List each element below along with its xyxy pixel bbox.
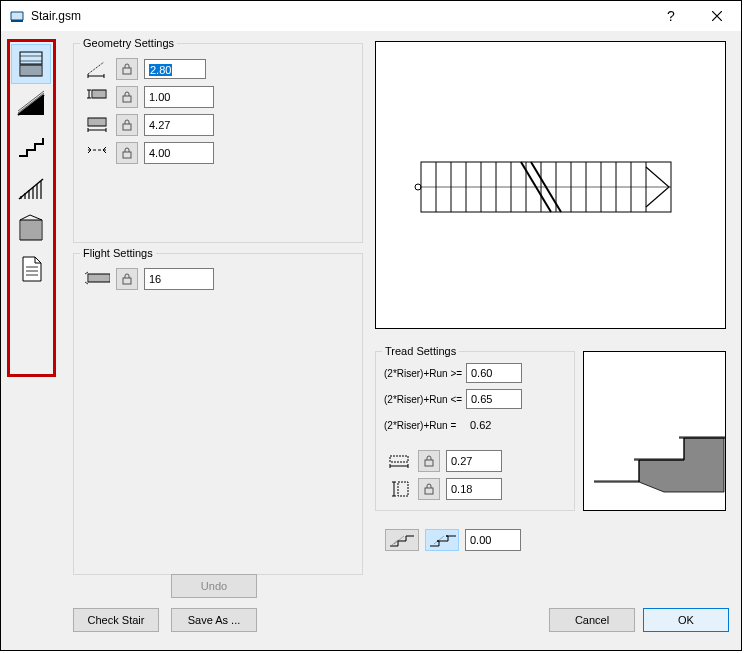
svg-rect-32 [425, 460, 433, 466]
svg-point-30 [415, 184, 421, 190]
group-geometry-title: Geometry Settings [80, 37, 177, 49]
left-buttons: Check Stair Save As ... [73, 608, 257, 632]
help-button[interactable]: ? [649, 2, 694, 30]
geom-width-row [84, 86, 362, 108]
flight-steps-row [84, 268, 362, 290]
nosing-row [385, 529, 521, 551]
nosing-option-none[interactable] [385, 529, 419, 551]
undo-button[interactable]: Undo [171, 574, 257, 598]
rise-total-icon [84, 142, 110, 164]
group-tread: Tread Settings (2*Riser)+Run >= 0.60 (2*… [375, 351, 575, 511]
lock-icon[interactable] [116, 114, 138, 136]
riser-icon [386, 478, 412, 500]
formula-eq-label: (2*Riser)+Run = [384, 420, 466, 431]
svg-rect-33 [398, 482, 408, 496]
svg-rect-6 [88, 118, 106, 126]
svg-rect-1 [20, 52, 42, 64]
run-total-icon [84, 114, 110, 136]
lock-icon[interactable] [116, 142, 138, 164]
dialog-window: Stair.gsm ? [0, 0, 742, 651]
group-flight-title: Flight Settings [80, 247, 156, 259]
cancel-button[interactable]: Cancel [549, 608, 635, 632]
tab-railing[interactable] [11, 167, 51, 207]
group-geometry: Geometry Settings 2.80 [73, 43, 363, 243]
svg-rect-8 [123, 152, 131, 158]
steps-input[interactable] [144, 268, 214, 290]
nosing-input[interactable] [465, 529, 521, 551]
svg-rect-34 [425, 488, 433, 494]
width-icon [84, 86, 110, 108]
formula-eq-value: 0.62 [466, 419, 526, 431]
right-buttons: Cancel OK [549, 608, 729, 632]
tab-geometry[interactable] [11, 44, 51, 84]
length-input[interactable]: 2.80 [144, 59, 206, 79]
geom-length-row: 2.80 [84, 58, 362, 80]
undo-wrap: Undo [171, 574, 257, 598]
lock-icon[interactable] [418, 450, 440, 472]
run-icon [386, 450, 412, 472]
geom-run-total-row [84, 114, 362, 136]
formula-le-label: (2*Riser)+Run <= [384, 394, 466, 405]
lock-icon[interactable] [418, 478, 440, 500]
steps-icon [84, 268, 110, 290]
check-stair-button[interactable]: Check Stair [73, 608, 159, 632]
run-input[interactable] [446, 450, 502, 472]
length-icon [84, 58, 110, 80]
svg-rect-3 [123, 68, 131, 74]
formula-ge-input[interactable]: 0.60 [466, 363, 522, 383]
tab-symbol[interactable] [11, 208, 51, 248]
svg-rect-9 [88, 274, 110, 282]
save-as-button[interactable]: Save As ... [171, 608, 257, 632]
side-tab-strip [7, 39, 56, 377]
tab-treads[interactable] [11, 126, 51, 166]
svg-rect-7 [123, 124, 131, 130]
close-button[interactable] [694, 2, 739, 30]
lock-icon[interactable] [116, 86, 138, 108]
lock-icon[interactable] [116, 58, 138, 80]
svg-rect-10 [123, 278, 131, 284]
plan-preview [375, 41, 726, 329]
nosing-option-overhang[interactable] [425, 529, 459, 551]
rise-total-input[interactable] [144, 142, 214, 164]
step-preview [583, 351, 726, 511]
riser-input[interactable] [446, 478, 502, 500]
ok-button[interactable]: OK [643, 608, 729, 632]
tab-structure[interactable] [11, 85, 51, 125]
svg-rect-5 [123, 96, 131, 102]
window-title: Stair.gsm [31, 9, 649, 23]
titlebar: Stair.gsm ? [1, 1, 741, 32]
app-icon [9, 8, 25, 24]
lock-icon[interactable] [116, 268, 138, 290]
formula-ge-label: (2*Riser)+Run >= [384, 368, 466, 379]
formula-le-input[interactable]: 0.65 [466, 389, 522, 409]
client-area: Geometry Settings 2.80 [1, 31, 741, 650]
run-total-input[interactable] [144, 114, 214, 136]
group-flight: Flight Settings [73, 253, 363, 575]
svg-rect-31 [390, 456, 408, 462]
group-tread-title: Tread Settings [382, 345, 459, 357]
geom-rise-total-row [84, 142, 362, 164]
svg-rect-2 [20, 65, 42, 76]
svg-text:?: ? [667, 9, 675, 23]
width-input[interactable] [144, 86, 214, 108]
tab-listing[interactable] [11, 249, 51, 289]
